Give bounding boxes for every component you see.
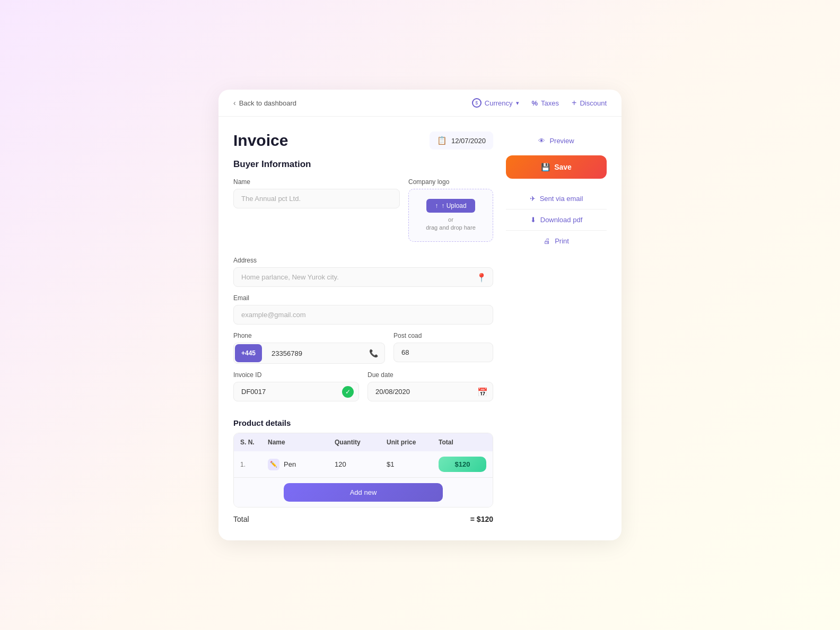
topbar-actions: $ Currency ▾ % Taxes + Discount xyxy=(472,98,607,108)
save-label: Save xyxy=(554,163,572,171)
taxes-label: Taxes xyxy=(541,99,559,107)
date-badge: 📋 12/07/2020 xyxy=(430,132,493,150)
chevron-down-icon: ▾ xyxy=(516,100,519,107)
download-icon: ⬇ xyxy=(530,216,536,224)
phone-prefix[interactable]: +445 xyxy=(235,344,262,362)
due-date-wrap: 📅 xyxy=(368,382,493,401)
upload-label: ↑ Upload xyxy=(441,202,466,209)
due-date-field-group: Due date 📅 xyxy=(368,371,493,401)
upload-hint: or drag and drop hare xyxy=(426,216,476,232)
currency-icon: $ xyxy=(472,98,482,108)
postcode-input[interactable] xyxy=(393,343,493,362)
total-label: Total xyxy=(233,515,249,523)
phone-label: Phone xyxy=(233,332,385,339)
sidebar: 👁 Preview 💾 Save ✈ Sent via email ⬇ Down… xyxy=(506,132,607,523)
check-icon: ✓ xyxy=(342,386,354,398)
col-unit-price: Unit price xyxy=(387,439,434,446)
name-label: Name xyxy=(233,178,400,186)
name-field-group: Name xyxy=(233,178,400,242)
save-icon: 💾 xyxy=(541,163,550,171)
invoice-id-input[interactable] xyxy=(233,382,359,401)
invoice-id-label: Invoice ID xyxy=(233,371,359,379)
invoice-due-row: Invoice ID ✓ Due date 📅 xyxy=(233,371,493,409)
due-date-input[interactable] xyxy=(368,382,493,401)
preview-label: Preview xyxy=(549,137,574,145)
phone-postcode-row: Phone +445 📞 Post coad xyxy=(233,332,493,371)
back-label: Back to dashboard xyxy=(239,99,296,107)
name-logo-row: Name Company logo ↑ ↑ Upload or drag and… xyxy=(233,178,493,249)
product-quantity: 120 xyxy=(335,460,382,468)
phone-row: +445 📞 xyxy=(233,343,385,364)
row-sn: 1. xyxy=(240,461,264,468)
product-unit-price: $1 xyxy=(387,460,434,468)
postcode-field-group: Post coad xyxy=(393,332,493,364)
address-input-wrap: 📍 xyxy=(233,267,493,287)
product-icon: ✏️ xyxy=(268,459,279,470)
location-icon: 📍 xyxy=(476,272,487,282)
name-input[interactable] xyxy=(233,189,400,208)
calendar-picker-icon[interactable]: 📅 xyxy=(477,387,488,397)
invoice-date: 12/07/2020 xyxy=(451,137,486,145)
topbar: ‹ Back to dashboard $ Currency ▾ % Taxes… xyxy=(218,90,622,117)
plus-icon: + xyxy=(572,98,576,108)
print-button[interactable]: 🖨 Print xyxy=(506,231,607,251)
email-field-group: Email xyxy=(233,294,493,325)
add-new-row: Add new xyxy=(234,477,493,507)
total-row: Total = $120 xyxy=(233,508,493,523)
logo-upload-box: ↑ ↑ Upload or drag and drop hare xyxy=(408,189,493,242)
download-label: Download pdf xyxy=(540,216,583,224)
postcode-label: Post coad xyxy=(393,332,493,339)
main-content: Invoice 📋 12/07/2020 Buyer Information N… xyxy=(218,117,622,540)
email-label: Sent via email xyxy=(540,195,583,203)
print-label: Print xyxy=(555,237,569,245)
table-header: S. N. Name Quantity Unit price Total xyxy=(234,433,493,451)
invoice-header: Invoice 📋 12/07/2020 xyxy=(233,132,493,150)
page-title: Invoice xyxy=(233,132,288,150)
preview-button[interactable]: 👁 Preview xyxy=(506,132,607,150)
product-table: S. N. Name Quantity Unit price Total 1. … xyxy=(233,433,493,508)
total-value: = $120 xyxy=(470,515,493,523)
upload-button[interactable]: ↑ ↑ Upload xyxy=(426,199,475,213)
eye-icon: 👁 xyxy=(538,137,545,145)
address-input[interactable] xyxy=(233,267,493,287)
product-name: Pen xyxy=(284,460,296,468)
company-logo-field-group: Company logo ↑ ↑ Upload or drag and drop… xyxy=(408,178,493,242)
taxes-button[interactable]: % Taxes xyxy=(532,99,559,107)
email-icon: ✈ xyxy=(530,195,536,203)
col-total: Total xyxy=(439,439,486,446)
product-name-cell: ✏️ Pen xyxy=(268,459,330,470)
save-button[interactable]: 💾 Save xyxy=(506,155,607,179)
address-label: Address xyxy=(233,257,493,264)
due-date-label: Due date xyxy=(368,371,493,379)
upload-arrow-icon: ↑ xyxy=(435,202,438,209)
discount-label: Discount xyxy=(580,99,607,107)
col-sn: S. N. xyxy=(240,439,264,446)
email-input[interactable] xyxy=(233,305,493,325)
chevron-left-icon: ‹ xyxy=(233,99,236,107)
buyer-section-title: Buyer Information xyxy=(233,159,493,170)
print-icon: 🖨 xyxy=(544,237,550,245)
add-new-button[interactable]: Add new xyxy=(284,483,443,502)
currency-label: Currency xyxy=(485,99,513,107)
address-field-group: Address 📍 xyxy=(233,257,493,287)
product-total-badge: $120 xyxy=(439,457,486,472)
phone-number-input[interactable] xyxy=(267,344,365,363)
product-section-title: Product details xyxy=(233,418,493,427)
discount-button[interactable]: + Discount xyxy=(572,98,607,108)
phone-field-group: Phone +445 📞 xyxy=(233,332,385,364)
invoice-id-field-group: Invoice ID ✓ xyxy=(233,371,359,401)
company-logo-label: Company logo xyxy=(408,178,493,186)
email-button[interactable]: ✈ Sent via email xyxy=(506,188,607,209)
form-section: Invoice 📋 12/07/2020 Buyer Information N… xyxy=(233,132,493,523)
taxes-icon: % xyxy=(532,99,538,107)
invoice-id-wrap: ✓ xyxy=(233,382,359,401)
phone-icon: 📞 xyxy=(369,349,384,357)
table-row: 1. ✏️ Pen 120 $1 $120 xyxy=(234,451,493,477)
back-to-dashboard-link[interactable]: ‹ Back to dashboard xyxy=(233,99,296,107)
download-pdf-button[interactable]: ⬇ Download pdf xyxy=(506,209,607,231)
email-label: Email xyxy=(233,294,493,302)
col-name: Name xyxy=(268,439,330,446)
col-quantity: Quantity xyxy=(335,439,382,446)
calendar-icon: 📋 xyxy=(437,136,447,145)
currency-button[interactable]: $ Currency ▾ xyxy=(472,98,519,108)
